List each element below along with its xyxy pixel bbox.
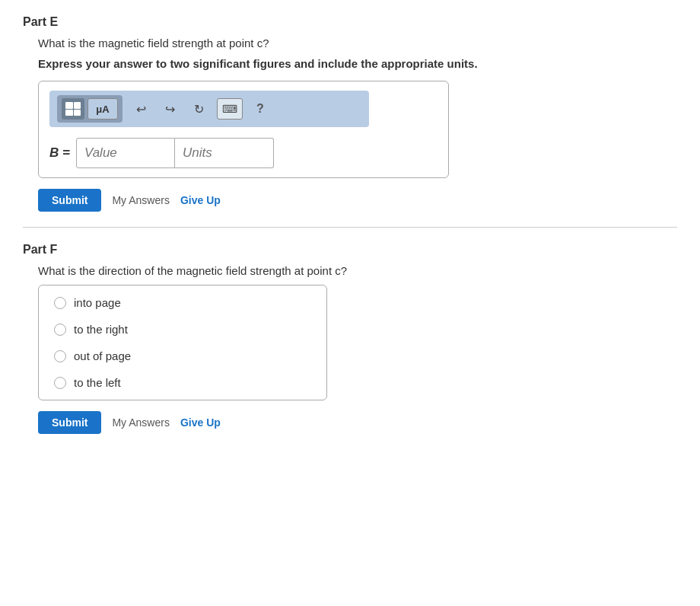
radio-option[interactable]: out of page: [54, 349, 311, 362]
radio-option[interactable]: to the left: [54, 376, 311, 389]
redo-button[interactable]: ↪: [159, 98, 180, 120]
radio-label-0: into page: [74, 296, 121, 309]
part-e-section: Part E What is the magnetic field streng…: [23, 15, 677, 212]
undo-button[interactable]: ↩: [130, 98, 151, 120]
part-e-submit-button[interactable]: Submit: [38, 189, 101, 212]
unit-label: μA: [96, 104, 109, 115]
b-label: B =: [49, 145, 70, 161]
section-divider: [23, 227, 677, 228]
radio-label-2: out of page: [74, 349, 131, 362]
radio-label-3: to the left: [74, 376, 121, 389]
part-f-my-answers-label: My Answers: [112, 416, 169, 429]
toolbar-format-group: μA: [57, 95, 123, 123]
radio-options-box: into pageto the rightout of pageto the l…: [38, 285, 327, 400]
refresh-button[interactable]: ↻: [188, 98, 209, 120]
radio-circle-0[interactable]: [54, 297, 66, 309]
part-e-instruction: Express your answer to two significant f…: [38, 57, 677, 70]
part-e-give-up-link[interactable]: Give Up: [180, 194, 221, 206]
radio-circle-2[interactable]: [54, 350, 66, 362]
part-e-label: Part E: [23, 15, 677, 29]
units-input[interactable]: [175, 138, 274, 168]
part-f-question: What is the direction of the magnetic fi…: [38, 264, 677, 277]
part-f-actions: Submit My Answers Give Up: [38, 411, 677, 434]
keyboard-button[interactable]: ⌨: [217, 98, 243, 120]
part-e-my-answers-label: My Answers: [112, 194, 169, 206]
part-f-label: Part F: [23, 243, 677, 257]
toolbar: μA ↩ ↪ ↻ ⌨ ?: [49, 91, 369, 127]
input-row: B =: [49, 138, 438, 168]
help-button[interactable]: ?: [250, 99, 270, 119]
part-e-actions: Submit My Answers Give Up: [38, 189, 677, 212]
part-f-give-up-link[interactable]: Give Up: [180, 416, 221, 429]
value-input[interactable]: [76, 138, 175, 168]
radio-label-1: to the right: [74, 323, 128, 336]
part-e-answer-box: μA ↩ ↪ ↻ ⌨ ? B =: [38, 81, 449, 178]
format-icon-button[interactable]: [62, 98, 84, 120]
part-e-question: What is the magnetic field strength at p…: [38, 37, 677, 49]
radio-option[interactable]: into page: [54, 296, 311, 309]
radio-circle-3[interactable]: [54, 377, 66, 389]
radio-option[interactable]: to the right: [54, 323, 311, 336]
radio-circle-1[interactable]: [54, 324, 66, 336]
unit-button[interactable]: μA: [88, 98, 118, 120]
part-f-section: Part F What is the direction of the magn…: [23, 243, 677, 434]
part-f-submit-button[interactable]: Submit: [38, 411, 101, 434]
two-rect-icon: [65, 102, 81, 116]
